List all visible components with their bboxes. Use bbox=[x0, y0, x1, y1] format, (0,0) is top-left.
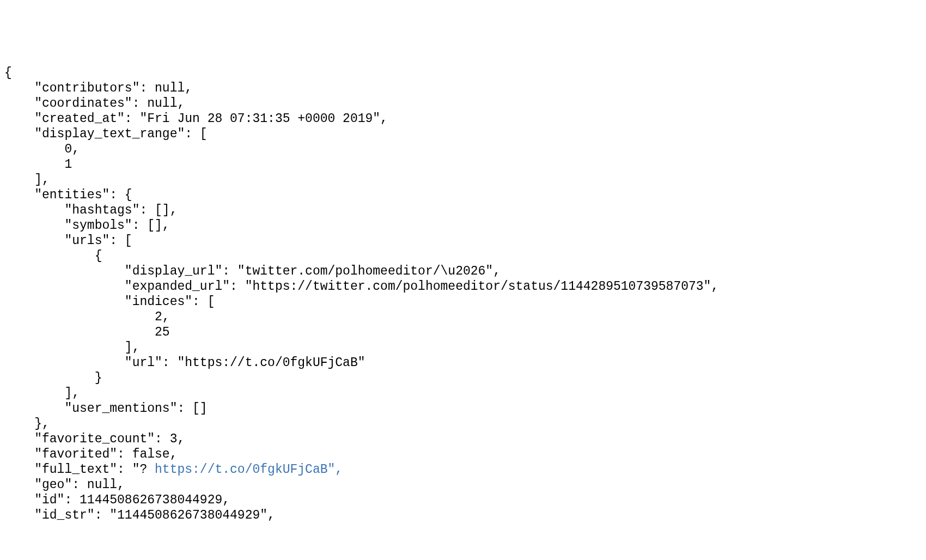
code-line: } bbox=[4, 371, 102, 385]
code-line: "display_text_range": [ bbox=[4, 127, 208, 141]
code-line: "entities": { bbox=[4, 188, 132, 202]
code-line: "user_mentions": [] bbox=[4, 401, 208, 416]
code-line: "url": "https://t.co/0fgkUFjCaB" bbox=[4, 356, 365, 370]
code-line: "favorited": false, bbox=[4, 447, 177, 461]
code-line-prefix: "full_text": "? bbox=[4, 462, 155, 477]
code-line: "hashtags": [], bbox=[4, 203, 177, 217]
url-link[interactable]: https://t.co/0fgkUFjCaB", bbox=[155, 462, 343, 477]
code-line: "urls": [ bbox=[4, 234, 132, 248]
code-line: 0, bbox=[4, 142, 80, 156]
json-code-block: { "contributors": null, "coordinates": n… bbox=[4, 65, 926, 523]
code-line: "geo": null, bbox=[4, 478, 125, 492]
code-line: "expanded_url": "https://twitter.com/pol… bbox=[4, 279, 718, 294]
code-line: "symbols": [], bbox=[4, 218, 170, 233]
code-line: { bbox=[4, 66, 12, 80]
code-line: "indices": [ bbox=[4, 295, 215, 309]
code-line: "id": 1144508626738044929, bbox=[4, 493, 230, 507]
code-line: "id_str": "1144508626738044929", bbox=[4, 508, 275, 522]
code-line: 25 bbox=[4, 325, 170, 339]
code-line: 1 bbox=[4, 157, 72, 172]
code-line: ], bbox=[4, 386, 80, 400]
code-line: "favorite_count": 3, bbox=[4, 432, 185, 446]
code-line: ], bbox=[4, 173, 50, 187]
code-line: }, bbox=[4, 417, 50, 431]
code-line: ], bbox=[4, 340, 139, 355]
code-line: "display_url": "twitter.com/polhomeedito… bbox=[4, 264, 501, 278]
code-line: "created_at": "Fri Jun 28 07:31:35 +0000… bbox=[4, 112, 388, 126]
code-line: "contributors": null, bbox=[4, 81, 192, 95]
code-line: "coordinates": null, bbox=[4, 96, 185, 111]
code-line: 2, bbox=[4, 310, 170, 324]
code-line: { bbox=[4, 249, 102, 263]
